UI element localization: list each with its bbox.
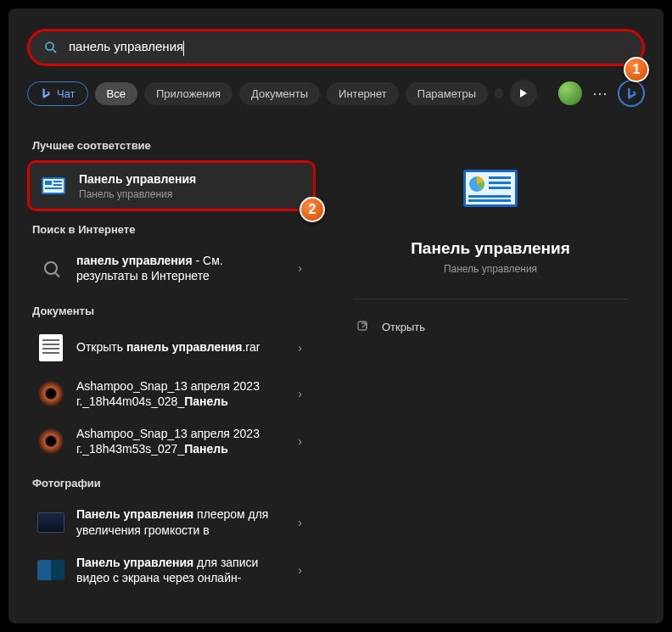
tab-chat[interactable]: Чат <box>27 81 88 106</box>
search-dialog: панель управления 1 Чат Все Приложения Д… <box>8 8 664 624</box>
svg-rect-14 <box>468 195 511 198</box>
chevron-right-icon: › <box>298 563 305 577</box>
play-icon <box>519 89 528 98</box>
search-box[interactable]: панель управления 1 <box>27 29 645 66</box>
svg-rect-12 <box>489 182 511 184</box>
tab-overflow[interactable] <box>495 88 503 98</box>
search-input[interactable]: панель управления <box>69 39 629 55</box>
image-thumb-icon <box>37 380 64 407</box>
svg-rect-5 <box>53 181 62 182</box>
chevron-right-icon: › <box>298 434 305 448</box>
section-documents: Документы <box>32 305 316 317</box>
chevron-right-icon: › <box>298 387 305 400</box>
open-label: Открыть <box>382 321 425 333</box>
document-icon <box>37 334 64 361</box>
result-title: Ashampoo_Snap_13 апреля 2023г._18h44m04s… <box>76 378 286 409</box>
search-icon <box>37 254 64 282</box>
image-thumb-icon <box>37 556 64 584</box>
svg-rect-6 <box>53 184 62 186</box>
tab-apps[interactable]: Приложения <box>144 82 232 105</box>
svg-rect-13 <box>489 187 511 189</box>
chevron-right-icon: › <box>298 516 305 529</box>
result-title: Панель управления для записи видео с экр… <box>76 555 286 585</box>
result-title: Панель управления <box>79 171 303 187</box>
tab-nav-forward[interactable] <box>510 80 537 107</box>
svg-rect-4 <box>45 181 52 185</box>
user-avatar[interactable] <box>558 81 582 105</box>
divider <box>353 299 628 299</box>
result-document-snap-027[interactable]: Ashampoo_Snap_13 апреля 2023г._18h43m53s… <box>27 417 316 465</box>
result-web-search[interactable]: панель управления - См. результаты в Инт… <box>27 244 316 292</box>
svg-rect-7 <box>45 187 62 189</box>
tabs-row: Чат Все Приложения Документы Интернет Па… <box>27 80 645 107</box>
tab-parameters[interactable]: Параметры <box>406 82 488 105</box>
bing-icon <box>624 87 638 100</box>
result-title: Панель управления плеером для увеличения… <box>76 506 286 537</box>
result-photo-player[interactable]: Панель управления плеером для увеличения… <box>27 498 316 545</box>
bing-icon <box>40 87 52 99</box>
chevron-right-icon: › <box>298 341 305 355</box>
preview-title: Панель управления <box>353 239 628 258</box>
result-title: панель управления - См. результаты в Инт… <box>76 253 286 283</box>
chevron-right-icon: › <box>298 261 305 275</box>
bing-chat-button[interactable] <box>618 80 645 107</box>
image-thumb-icon <box>37 509 64 536</box>
more-icon[interactable]: ⋯ <box>589 84 611 103</box>
tab-all[interactable]: Все <box>95 82 137 105</box>
result-control-panel[interactable]: Панель управления Панель управления 2 <box>27 160 316 211</box>
result-title: Открыть панель управления.rar <box>76 339 286 355</box>
preview-pane: Панель управления Панель управления Откр… <box>336 127 645 594</box>
control-panel-icon <box>456 154 524 222</box>
svg-rect-11 <box>489 176 511 179</box>
search-icon <box>43 40 59 55</box>
preview-subtitle: Панель управления <box>353 263 628 275</box>
result-document-rar[interactable]: Открыть панель управления.rar › <box>27 326 316 370</box>
tab-internet[interactable]: Интернет <box>327 82 399 105</box>
open-icon <box>356 320 370 333</box>
section-web-search: Поиск в Интернете <box>32 223 316 236</box>
open-action[interactable]: Открыть <box>353 315 628 338</box>
callout-1: 1 <box>624 57 649 82</box>
control-panel-icon <box>40 172 67 199</box>
svg-point-0 <box>46 42 53 50</box>
tab-documents[interactable]: Документы <box>239 82 320 105</box>
callout-2: 2 <box>300 197 325 222</box>
result-title: Ashampoo_Snap_13 апреля 2023г._18h43m53s… <box>76 426 286 456</box>
svg-line-17 <box>362 323 367 327</box>
svg-line-1 <box>53 49 56 53</box>
image-thumb-icon <box>37 428 64 455</box>
section-best-match: Лучшее соответствие <box>32 139 316 152</box>
svg-rect-15 <box>468 199 511 202</box>
results-list: Лучшее соответствие Панель управления Па… <box>27 127 316 594</box>
result-document-snap-028[interactable]: Ashampoo_Snap_13 апреля 2023г._18h44m04s… <box>27 370 316 417</box>
result-subtitle: Панель управления <box>79 188 303 200</box>
result-photo-screenrec[interactable]: Панель управления для записи видео с экр… <box>27 546 316 594</box>
section-photos: Фотографии <box>32 477 316 489</box>
